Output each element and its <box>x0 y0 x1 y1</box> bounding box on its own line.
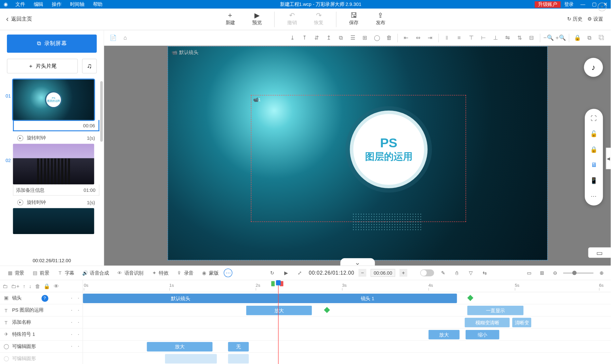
lock-icon[interactable]: 🔒 <box>572 32 583 43</box>
back-home-link[interactable]: 返回主页 <box>0 15 38 24</box>
time-ruler[interactable]: 0s 1s 2s 3s 4s 5s 6s <box>83 280 611 292</box>
title-circle[interactable]: PS 图层的运用 <box>350 111 427 188</box>
playhead[interactable] <box>278 280 278 364</box>
clip-camera-1[interactable]: 镜头 1 <box>278 294 457 303</box>
canvas-stage[interactable]: 📹 默认镜头 📹1 PS 图层的运用 ♪ ⛶ 🔓 🔒 🖥 📱 <box>104 46 611 265</box>
tab-tts[interactable]: 🔊语音合成 <box>80 270 112 276</box>
track-header[interactable]: ✈特殊符号 1･･ <box>0 329 83 341</box>
track-row[interactable]: 放大 无 <box>83 341 611 353</box>
funnel-icon[interactable]: ▽ <box>466 268 475 278</box>
zoom-out-icon[interactable]: −🔍 <box>543 32 554 43</box>
flip-h-icon[interactable]: ⇋ <box>502 32 513 43</box>
clip-zoom-in-3[interactable]: 放大 <box>147 342 212 352</box>
clip-none[interactable]: 无 <box>228 342 249 352</box>
clip-partial[interactable] <box>165 354 217 364</box>
menu-action[interactable]: 操作 <box>47 1 65 8</box>
redo-button[interactable]: ↷恢复 <box>309 11 328 27</box>
menu-timeline[interactable]: 时间轴 <box>65 1 88 8</box>
preview-button[interactable]: ▶预览 <box>248 11 267 27</box>
scrollbar[interactable] <box>100 81 103 142</box>
settings-button[interactable]: ⚙设置 <box>587 16 603 23</box>
tab-effects[interactable]: ✦特效 <box>149 270 171 276</box>
snap-toggle[interactable] <box>420 269 434 276</box>
clip-always-show[interactable]: 一直显示 <box>467 306 523 315</box>
scene-thumbnail[interactable] <box>13 144 94 184</box>
transition-item[interactable]: ▸ 旋转时钟 1(s) <box>4 133 100 144</box>
login-button[interactable]: 登录 <box>561 1 577 8</box>
clip-zoom-out[interactable]: 缩小 <box>466 330 499 339</box>
align-right-icon[interactable]: ⇥ <box>425 32 436 43</box>
fit-screen-icon[interactable]: ⛶ <box>589 113 599 124</box>
track-header[interactable]: TPS 图层的运用･･ <box>0 304 83 317</box>
eye-icon[interactable]: 👁 <box>54 283 59 289</box>
track-row[interactable] <box>83 353 611 364</box>
track-row[interactable]: 模糊变清晰 清晰变 <box>83 317 611 329</box>
clip-default-camera[interactable]: 默认镜头 <box>83 294 278 303</box>
record-screen-button[interactable]: ⧉ 录制屏幕 <box>7 35 97 53</box>
keyframe-icon[interactable] <box>467 295 473 301</box>
zoom-in-icon[interactable]: +🔍 <box>555 32 566 43</box>
new-button[interactable]: ＋新建 <box>221 11 240 27</box>
tab-mask[interactable]: ◉蒙版 <box>199 270 221 276</box>
publish-button[interactable]: ⇪发布 <box>371 11 390 27</box>
decrease-duration[interactable]: − <box>359 269 366 277</box>
add-folder-icon[interactable]: 🗀+ <box>11 283 19 289</box>
align-b-icon[interactable]: ⊥ <box>490 32 501 43</box>
folder-icon[interactable]: 🗀 <box>3 283 8 289</box>
zoom-slider[interactable] <box>563 272 593 274</box>
menu-file[interactable]: 文件 <box>11 1 29 8</box>
frame-icon[interactable]: ▭ <box>524 268 534 278</box>
lock-icon[interactable]: 🔒 <box>589 144 599 155</box>
music-button[interactable]: ♫ <box>82 59 97 73</box>
track-header[interactable]: ◯可编辑圆形 <box>0 353 83 364</box>
track-header[interactable]: ▣镜头?･･ <box>0 292 83 304</box>
collapse-canvas-tab[interactable]: ⌄ <box>340 258 375 265</box>
clip-clear-change[interactable]: 清晰变 <box>512 318 531 327</box>
track-row[interactable]: 默认镜头 镜头 1 <box>83 292 611 304</box>
edit-icon[interactable]: ✎ <box>438 268 448 278</box>
transition-item[interactable]: ▸ 旋转时钟 1(s) <box>4 197 100 208</box>
undo-button[interactable]: ↶撤销 <box>283 11 302 27</box>
guides-icon[interactable]: ⊞ <box>359 32 370 43</box>
bottom-right-tab[interactable]: ▭ <box>588 247 611 258</box>
help-icon[interactable]: ? <box>41 295 48 301</box>
intro-outro-button[interactable]: ＋片头片尾 <box>7 59 78 73</box>
background-music-button[interactable]: ♪ <box>584 58 603 77</box>
clip-zoom-in[interactable]: 放大 <box>246 306 312 315</box>
play-small-icon[interactable]: ▸ <box>17 135 23 141</box>
upgrade-button[interactable]: 升级账户 <box>535 1 561 8</box>
history-button[interactable]: ↻历史 <box>567 16 582 23</box>
align-hcenter-icon[interactable]: ⇔ <box>413 32 424 43</box>
copy-icon[interactable]: ⧉ <box>335 32 346 43</box>
track-header[interactable]: ◯可编辑圆形･･ <box>0 341 83 353</box>
menu-edit[interactable]: 编辑 <box>29 1 47 8</box>
down-icon[interactable]: ↓ <box>29 283 31 289</box>
track-header[interactable]: T添加名称･･ <box>0 317 83 329</box>
play-small-icon[interactable]: ▸ <box>17 199 23 205</box>
clip-blur-clear[interactable]: 模糊变清晰 <box>465 318 509 327</box>
layer-icon[interactable]: ☰ <box>347 32 358 43</box>
desktop-icon[interactable]: 🖥 <box>589 160 599 170</box>
up-icon[interactable]: ↑ <box>23 283 26 289</box>
add-track-button[interactable]: + <box>598 3 606 11</box>
minimize-button[interactable]: — <box>577 2 589 7</box>
copy2-icon[interactable]: ⿻ <box>596 32 607 43</box>
menu-help[interactable]: 帮助 <box>88 1 106 8</box>
space-icon[interactable]: ⊟ <box>526 32 537 43</box>
scene-item[interactable]: 02 添加备注信息 01:00 <box>4 144 100 195</box>
loop-icon[interactable]: ↻ <box>267 268 277 278</box>
tab-subtitle[interactable]: T字幕 <box>54 270 77 276</box>
align-t-icon[interactable]: ⊤ <box>466 32 477 43</box>
mobile-icon[interactable]: 📱 <box>589 175 599 186</box>
track-row[interactable]: 放大 缩小 <box>83 329 611 341</box>
align-top-icon[interactable]: ⤒ <box>299 32 310 43</box>
increase-duration[interactable]: + <box>399 269 407 277</box>
fullscreen-icon[interactable]: ⤢ <box>295 268 305 278</box>
scene-item[interactable] <box>4 208 100 234</box>
scene-item[interactable]: 01 PS图层的运用 00:06 <box>4 80 100 131</box>
align-m-icon[interactable]: ⊢ <box>478 32 489 43</box>
scene-thumbnail[interactable]: PS图层的运用 <box>13 80 94 120</box>
filter-icon[interactable]: ⫛ <box>452 268 462 278</box>
trash-icon[interactable]: 🗑 <box>383 32 395 43</box>
scene-thumbnail[interactable] <box>13 208 94 234</box>
